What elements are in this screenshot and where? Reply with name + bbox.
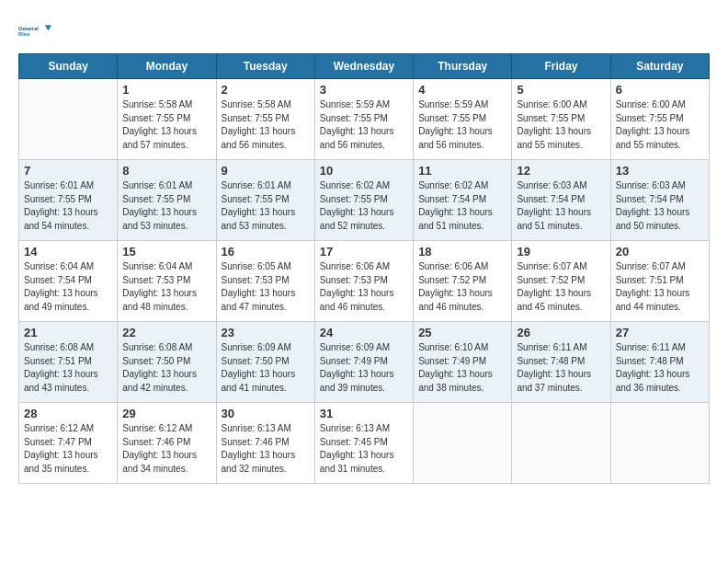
day-info: Sunrise: 6:13 AM Sunset: 7:46 PM Dayligh… (222, 422, 310, 476)
day-number: 3 (320, 83, 408, 97)
calendar-day-cell: 5Sunrise: 6:00 AM Sunset: 7:55 PM Daylig… (512, 79, 610, 160)
calendar-day-cell (512, 403, 610, 484)
calendar-week-row: 7Sunrise: 6:01 AM Sunset: 7:55 PM Daylig… (19, 160, 710, 241)
day-number: 16 (222, 245, 310, 259)
calendar-day-cell: 15Sunrise: 6:04 AM Sunset: 7:53 PM Dayli… (118, 241, 216, 322)
day-number: 5 (517, 83, 605, 97)
day-number: 28 (24, 407, 112, 420)
day-number: 12 (517, 164, 605, 178)
weekday-header-cell: Saturday (610, 54, 709, 79)
page-header: GeneralBlue (18, 18, 710, 44)
day-number: 7 (24, 164, 112, 178)
day-number: 27 (616, 326, 704, 339)
weekday-header-cell: Thursday (414, 54, 512, 79)
svg-text:Blue: Blue (18, 31, 30, 37)
weekday-header-cell: Tuesday (216, 54, 314, 79)
day-number: 23 (222, 326, 310, 339)
day-number: 13 (616, 164, 704, 178)
calendar-day-cell: 1Sunrise: 5:58 AM Sunset: 7:55 PM Daylig… (118, 79, 216, 160)
day-number: 21 (24, 326, 112, 339)
day-info: Sunrise: 6:13 AM Sunset: 7:45 PM Dayligh… (320, 422, 408, 476)
calendar-day-cell: 11Sunrise: 6:02 AM Sunset: 7:54 PM Dayli… (414, 160, 512, 241)
day-number: 22 (122, 326, 210, 339)
calendar-day-cell: 14Sunrise: 6:04 AM Sunset: 7:54 PM Dayli… (19, 241, 118, 322)
day-number: 9 (222, 164, 310, 178)
calendar-day-cell: 8Sunrise: 6:01 AM Sunset: 7:55 PM Daylig… (118, 160, 216, 241)
day-info: Sunrise: 6:06 AM Sunset: 7:52 PM Dayligh… (418, 260, 506, 314)
calendar-day-cell: 16Sunrise: 6:05 AM Sunset: 7:53 PM Dayli… (216, 241, 314, 322)
day-info: Sunrise: 6:06 AM Sunset: 7:53 PM Dayligh… (320, 260, 408, 314)
calendar-day-cell: 30Sunrise: 6:13 AM Sunset: 7:46 PM Dayli… (216, 403, 314, 484)
day-number: 15 (122, 245, 210, 259)
day-info: Sunrise: 6:09 AM Sunset: 7:49 PM Dayligh… (320, 341, 408, 395)
day-info: Sunrise: 6:11 AM Sunset: 7:48 PM Dayligh… (517, 341, 605, 395)
day-info: Sunrise: 5:58 AM Sunset: 7:55 PM Dayligh… (222, 98, 310, 152)
day-number: 6 (616, 83, 704, 97)
day-number: 17 (320, 245, 408, 259)
day-info: Sunrise: 6:03 AM Sunset: 7:54 PM Dayligh… (616, 179, 704, 233)
calendar-day-cell: 19Sunrise: 6:07 AM Sunset: 7:52 PM Dayli… (512, 241, 610, 322)
calendar-day-cell (19, 79, 118, 160)
day-number: 19 (517, 245, 605, 259)
calendar-day-cell: 13Sunrise: 6:03 AM Sunset: 7:54 PM Dayli… (610, 160, 709, 241)
calendar-day-cell: 23Sunrise: 6:09 AM Sunset: 7:50 PM Dayli… (216, 322, 314, 403)
day-number: 30 (222, 407, 310, 420)
day-info: Sunrise: 6:05 AM Sunset: 7:53 PM Dayligh… (222, 260, 310, 314)
weekday-header-cell: Friday (512, 54, 610, 79)
day-info: Sunrise: 5:58 AM Sunset: 7:55 PM Dayligh… (122, 98, 210, 152)
day-info: Sunrise: 6:12 AM Sunset: 7:47 PM Dayligh… (24, 422, 112, 476)
day-number: 26 (517, 326, 605, 339)
day-info: Sunrise: 6:02 AM Sunset: 7:54 PM Dayligh… (418, 179, 506, 233)
svg-marker-2 (45, 25, 51, 30)
calendar-week-row: 21Sunrise: 6:08 AM Sunset: 7:51 PM Dayli… (19, 322, 710, 403)
calendar-day-cell: 9Sunrise: 6:01 AM Sunset: 7:55 PM Daylig… (216, 160, 314, 241)
calendar-day-cell (610, 403, 709, 484)
day-info: Sunrise: 6:08 AM Sunset: 7:50 PM Dayligh… (122, 341, 210, 395)
day-number: 2 (222, 83, 310, 97)
calendar-day-cell: 12Sunrise: 6:03 AM Sunset: 7:54 PM Dayli… (512, 160, 610, 241)
day-info: Sunrise: 6:00 AM Sunset: 7:55 PM Dayligh… (616, 98, 704, 152)
calendar-day-cell: 18Sunrise: 6:06 AM Sunset: 7:52 PM Dayli… (414, 241, 512, 322)
day-info: Sunrise: 6:01 AM Sunset: 7:55 PM Dayligh… (24, 179, 112, 233)
day-number: 1 (122, 83, 210, 97)
calendar-day-cell: 10Sunrise: 6:02 AM Sunset: 7:55 PM Dayli… (314, 160, 413, 241)
day-info: Sunrise: 5:59 AM Sunset: 7:55 PM Dayligh… (320, 98, 408, 152)
calendar-table: SundayMondayTuesdayWednesdayThursdayFrid… (18, 53, 710, 484)
day-info: Sunrise: 6:09 AM Sunset: 7:50 PM Dayligh… (222, 341, 310, 395)
day-info: Sunrise: 6:04 AM Sunset: 7:53 PM Dayligh… (122, 260, 210, 314)
day-number: 29 (122, 407, 210, 420)
logo: GeneralBlue (18, 18, 51, 44)
day-number: 8 (122, 164, 210, 178)
day-info: Sunrise: 6:01 AM Sunset: 7:55 PM Dayligh… (122, 179, 210, 233)
day-info: Sunrise: 6:03 AM Sunset: 7:54 PM Dayligh… (517, 179, 605, 233)
day-number: 10 (320, 164, 408, 178)
calendar-day-cell: 27Sunrise: 6:11 AM Sunset: 7:48 PM Dayli… (610, 322, 709, 403)
calendar-day-cell (414, 403, 512, 484)
day-info: Sunrise: 6:07 AM Sunset: 7:51 PM Dayligh… (616, 260, 704, 314)
day-number: 14 (24, 245, 112, 259)
calendar-week-row: 1Sunrise: 5:58 AM Sunset: 7:55 PM Daylig… (19, 79, 710, 160)
weekday-header-cell: Monday (118, 54, 216, 79)
day-info: Sunrise: 6:00 AM Sunset: 7:55 PM Dayligh… (517, 98, 605, 152)
day-number: 20 (616, 245, 704, 259)
calendar-day-cell: 31Sunrise: 6:13 AM Sunset: 7:45 PM Dayli… (314, 403, 413, 484)
calendar-week-row: 14Sunrise: 6:04 AM Sunset: 7:54 PM Dayli… (19, 241, 710, 322)
day-info: Sunrise: 6:10 AM Sunset: 7:49 PM Dayligh… (418, 341, 506, 395)
weekday-header-cell: Wednesday (314, 54, 413, 79)
day-info: Sunrise: 6:07 AM Sunset: 7:52 PM Dayligh… (517, 260, 605, 314)
day-info: Sunrise: 6:12 AM Sunset: 7:46 PM Dayligh… (122, 422, 210, 476)
day-info: Sunrise: 6:04 AM Sunset: 7:54 PM Dayligh… (24, 260, 112, 314)
calendar-day-cell: 26Sunrise: 6:11 AM Sunset: 7:48 PM Dayli… (512, 322, 610, 403)
calendar-day-cell: 2Sunrise: 5:58 AM Sunset: 7:55 PM Daylig… (216, 79, 314, 160)
day-number: 4 (418, 83, 506, 97)
day-info: Sunrise: 5:59 AM Sunset: 7:55 PM Dayligh… (418, 98, 506, 152)
day-number: 31 (320, 407, 408, 420)
day-info: Sunrise: 6:11 AM Sunset: 7:48 PM Dayligh… (616, 341, 704, 395)
calendar-day-cell: 22Sunrise: 6:08 AM Sunset: 7:50 PM Dayli… (118, 322, 216, 403)
calendar-day-cell: 25Sunrise: 6:10 AM Sunset: 7:49 PM Dayli… (414, 322, 512, 403)
svg-text:General: General (18, 26, 39, 31)
calendar-day-cell: 4Sunrise: 5:59 AM Sunset: 7:55 PM Daylig… (414, 79, 512, 160)
calendar-week-row: 28Sunrise: 6:12 AM Sunset: 7:47 PM Dayli… (19, 403, 710, 484)
calendar-day-cell: 24Sunrise: 6:09 AM Sunset: 7:49 PM Dayli… (314, 322, 413, 403)
day-info: Sunrise: 6:08 AM Sunset: 7:51 PM Dayligh… (24, 341, 112, 395)
